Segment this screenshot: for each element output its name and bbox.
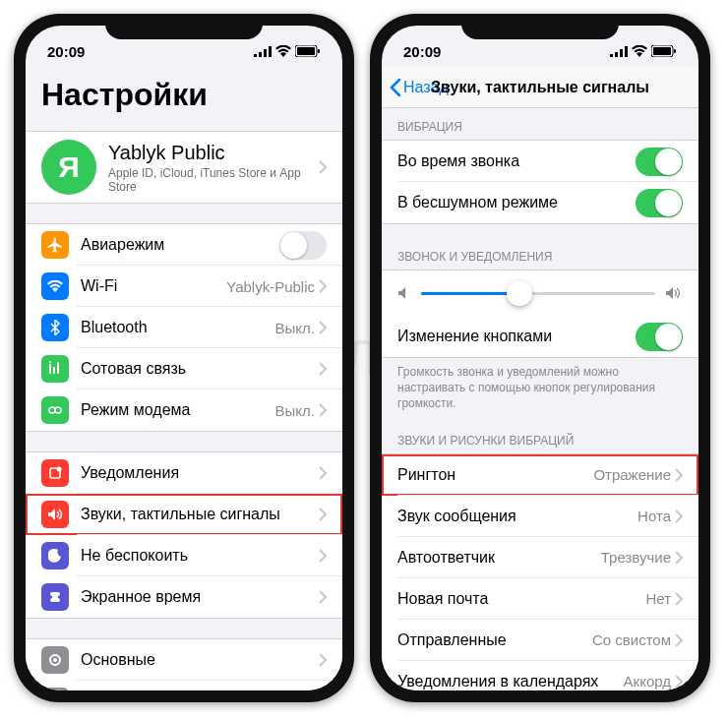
- ringtone-label: Рингтон: [397, 466, 593, 484]
- volume-high-icon: [665, 286, 683, 300]
- chevron-icon: [675, 592, 683, 606]
- cellular-settings-icon: [41, 355, 69, 383]
- dnd-row[interactable]: Не беспокоить: [26, 535, 342, 576]
- vibrate-silent-row[interactable]: В бесшумном режиме: [382, 182, 698, 223]
- airplane-row[interactable]: Авиарежим: [26, 224, 342, 266]
- bluetooth-icon: [41, 314, 69, 341]
- change-buttons-row[interactable]: Изменение кнопками: [382, 316, 698, 357]
- sounds-row[interactable]: Звуки, тактильные сигналы: [26, 494, 342, 535]
- hotspot-row[interactable]: Режим модема Выкл.: [26, 389, 342, 431]
- svg-rect-8: [53, 367, 55, 374]
- wifi-icon: [632, 45, 647, 57]
- page-title: Настройки: [26, 67, 342, 125]
- chevron-icon: [319, 160, 327, 174]
- screen-left: 20:09 Настройки Я Yablyk Public Apple ID…: [26, 26, 342, 690]
- svg-rect-23: [610, 54, 613, 57]
- bluetooth-label: Bluetooth: [81, 319, 275, 336]
- chevron-icon: [319, 466, 327, 480]
- svg-rect-28: [653, 47, 671, 55]
- calendar-value: Аккорд: [624, 673, 671, 689]
- vibrate-silent-switch[interactable]: [636, 189, 683, 217]
- svg-point-14: [57, 467, 62, 472]
- ringer-group: ЗВОНОК И УВЕДОМЛЕНИЯ Изменение кнопками …: [382, 244, 698, 418]
- svg-rect-7: [49, 364, 51, 374]
- chevron-icon: [675, 551, 683, 565]
- screentime-label: Экранное время: [81, 588, 319, 606]
- chevron-icon: [319, 653, 327, 667]
- volume-slider[interactable]: [421, 292, 655, 295]
- general-group: Основные Пункт управления AA Экран и ярк…: [26, 638, 342, 690]
- svg-rect-29: [674, 49, 676, 53]
- wifi-row[interactable]: Wi-Fi Yablyk-Public: [26, 266, 342, 307]
- screentime-row[interactable]: Экранное время: [26, 576, 342, 618]
- mail-row[interactable]: Новая почта Нет: [382, 578, 698, 620]
- patterns-header: ЗВУКИ И РИСУНКИ ВИБРАЦИЙ: [382, 428, 698, 453]
- chevron-icon: [675, 675, 683, 689]
- volume-low-icon: [397, 286, 411, 300]
- text-value: Нота: [637, 508, 671, 524]
- ringer-footer: Громкость звонка и уведомлений можно нас…: [382, 358, 698, 418]
- svg-point-16: [53, 658, 57, 662]
- dnd-label: Не беспокоить: [81, 547, 319, 565]
- wifi-icon: [275, 45, 291, 57]
- voicemail-label: Автоответчик: [397, 549, 601, 567]
- wifi-value: Yablyk-Public: [226, 278, 315, 295]
- chevron-left-icon: [390, 78, 401, 97]
- dnd-icon: [41, 542, 69, 569]
- notifications-label: Уведомления: [81, 464, 319, 482]
- vibrate-ring-switch[interactable]: [636, 148, 683, 176]
- bluetooth-row[interactable]: Bluetooth Выкл.: [26, 307, 342, 348]
- svg-rect-0: [254, 54, 257, 57]
- calendar-label: Уведомления в календарях: [397, 673, 624, 690]
- airplane-icon: [41, 231, 69, 259]
- general-row[interactable]: Основные: [26, 639, 342, 681]
- svg-rect-25: [620, 49, 623, 57]
- wifi-label: Wi-Fi: [81, 277, 226, 295]
- control-row[interactable]: Пункт управления: [26, 681, 342, 690]
- svg-rect-3: [269, 46, 272, 57]
- status-time: 20:09: [47, 43, 85, 60]
- profile-subtitle: Apple ID, iCloud, iTunes Store и App Sto…: [108, 166, 319, 194]
- chevron-icon: [319, 549, 327, 563]
- chevron-icon: [319, 279, 327, 293]
- chevron-icon: [319, 508, 327, 521]
- svg-rect-2: [264, 49, 267, 57]
- sounds-icon: [41, 501, 69, 528]
- mail-label: Новая почта: [397, 590, 645, 608]
- change-buttons-switch[interactable]: [636, 323, 683, 351]
- svg-rect-6: [318, 49, 320, 53]
- screentime-icon: [41, 583, 69, 611]
- vibrate-ring-row[interactable]: Во время звонка: [382, 141, 698, 182]
- chevron-icon: [675, 509, 683, 523]
- svg-rect-1: [259, 52, 262, 57]
- battery-icon: [295, 45, 321, 57]
- nav-title: Звуки, тактильные сигналы: [431, 79, 649, 96]
- notifications-row[interactable]: Уведомления: [26, 452, 342, 494]
- airplane-switch[interactable]: [279, 231, 327, 260]
- sent-row[interactable]: Отправленные Со свистом: [382, 620, 698, 661]
- general-label: Основные: [81, 651, 319, 669]
- phone-right: 20:09 Назад Звуки, тактильные сигналы ВИ…: [370, 14, 710, 702]
- airplane-label: Авиарежим: [81, 236, 279, 254]
- svg-point-11: [49, 407, 55, 413]
- profile-row[interactable]: Я Yablyk Public Apple ID, iCloud, iTunes…: [26, 132, 342, 203]
- ringtone-value: Отражение: [593, 466, 671, 483]
- nav-bar: Назад Звуки, тактильные сигналы: [382, 67, 698, 108]
- avatar: Я: [41, 140, 96, 195]
- chevron-icon: [675, 468, 683, 482]
- patterns-group: ЗВУКИ И РИСУНКИ ВИБРАЦИЙ Рингтон Отражен…: [382, 428, 698, 690]
- svg-point-10: [49, 361, 51, 363]
- chevron-icon: [319, 403, 327, 417]
- profile-group: Я Yablyk Public Apple ID, iCloud, iTunes…: [26, 131, 342, 204]
- hotspot-icon: [41, 396, 69, 424]
- ringtone-row[interactable]: Рингтон Отражение: [382, 454, 698, 496]
- vibration-group: ВИБРАЦИЯ Во время звонка В бесшумном реж…: [382, 114, 698, 224]
- calendar-row[interactable]: Уведомления в календарях Аккорд: [382, 661, 698, 690]
- text-row[interactable]: Звук сообщения Нота: [382, 496, 698, 537]
- cellular-row[interactable]: Сотовая связь: [26, 348, 342, 389]
- bluetooth-value: Выкл.: [275, 320, 315, 336]
- voicemail-value: Трезвучие: [601, 549, 671, 566]
- voicemail-row[interactable]: Автоответчик Трезвучие: [382, 537, 698, 578]
- hotspot-label: Режим модема: [81, 401, 275, 419]
- status-indicators: [254, 45, 321, 57]
